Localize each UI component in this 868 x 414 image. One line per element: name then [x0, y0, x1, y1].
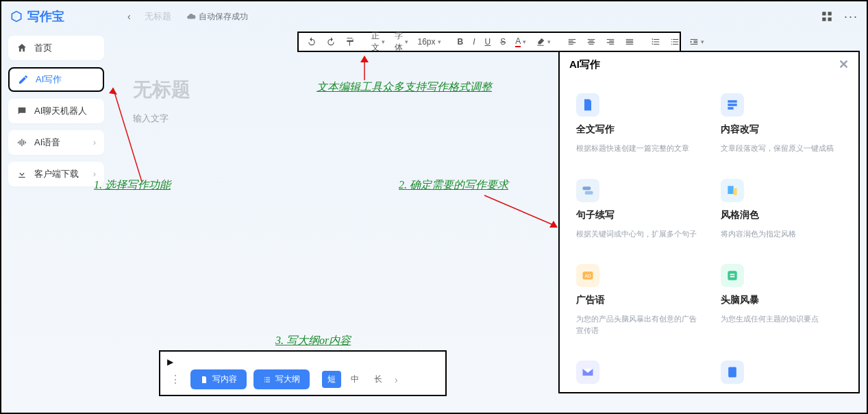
panel-caret-icon: ▶ — [167, 357, 438, 367]
strikethrough-button[interactable]: S — [499, 36, 507, 48]
rewrite-icon — [721, 93, 744, 117]
svg-rect-2 — [822, 18, 826, 21]
doc-body-input[interactable]: 输入文字 — [133, 112, 489, 125]
font-size-select[interactable]: 16px▾ — [417, 36, 443, 48]
bold-button[interactable]: B — [456, 36, 465, 48]
font-family-label: 字体 — [395, 30, 403, 53]
sidebar-item-ai-write[interactable]: AI写作 — [8, 67, 104, 92]
ai-card-desc: 文章段落改写，保留原义一键成稿 — [721, 143, 842, 154]
ai-card-brainstorm[interactable]: 头脑风暴 为您生成任何主题的知识要点 — [714, 256, 849, 343]
svg-rect-4 — [583, 186, 591, 190]
svg-rect-9 — [728, 367, 736, 378]
ai-card-slogan[interactable]: AD 广告语 为您的产品头脑风暴出有创意的广告宣传语 — [569, 256, 704, 343]
sidebar-item-home[interactable]: 首页 — [8, 36, 104, 60]
cloud-icon — [186, 12, 196, 21]
autosave-status: 自动保存成功 — [186, 11, 248, 23]
ai-card-rewrite[interactable]: 内容改写 文章段落改写，保留原义一键成稿 — [714, 85, 849, 161]
back-button[interactable]: ‹ — [122, 8, 136, 25]
app-logo[interactable]: 写作宝 — [10, 8, 64, 25]
apps-icon[interactable] — [821, 10, 833, 23]
ai-card-continue[interactable]: 句子续写 根据关键词或中心句，扩展多个句子 — [569, 171, 704, 247]
ai-panel-title: AI写作 — [569, 58, 600, 71]
ai-card-desc: 为您生成任何主题的知识要点 — [721, 313, 842, 325]
length-options: 短 中 长 › — [322, 371, 401, 388]
chevron-down-icon: ▾ — [405, 38, 408, 45]
length-mid[interactable]: 中 — [345, 371, 364, 388]
chat-icon — [16, 106, 27, 117]
writing-action-panel: ▶ ⋮ 写内容 写大纲 短 中 长 › — [159, 350, 447, 396]
italic-button[interactable]: I — [471, 36, 476, 48]
autosave-label: 自动保存成功 — [199, 11, 248, 23]
sidebar-item-label: 首页 — [34, 42, 52, 54]
ordered-list-button[interactable] — [649, 36, 662, 48]
ai-card-title: 风格润色 — [721, 209, 842, 221]
ai-card-polish[interactable]: 风格润色 将内容润色为指定风格 — [714, 171, 849, 247]
text-color-button[interactable]: A▾ — [514, 35, 528, 49]
continue-icon — [576, 179, 599, 202]
undo-button[interactable] — [306, 36, 318, 48]
download-icon — [16, 169, 27, 180]
svg-rect-8 — [728, 271, 736, 280]
align-center-button[interactable] — [585, 36, 597, 48]
home-icon — [16, 42, 27, 53]
length-long[interactable]: 长 — [369, 371, 388, 388]
ai-card-title: 句子续写 — [576, 209, 697, 221]
ai-card-title: 头脑风暴 — [721, 294, 842, 306]
font-size-label: 16px — [418, 37, 436, 47]
unordered-list-button[interactable] — [669, 36, 681, 48]
write-outline-button[interactable]: 写大纲 — [253, 369, 310, 389]
sidebar-item-label: 客户端下载 — [34, 168, 79, 180]
doc-icon — [200, 376, 208, 384]
topbar: 写作宝 ‹ 无标题 自动保存成功 ··· — [1, 1, 867, 32]
chevron-down-icon: ▾ — [523, 38, 526, 45]
svg-rect-1 — [828, 12, 831, 15]
format-painter-button[interactable] — [344, 36, 356, 48]
sidebar-item-download[interactable]: 客户端下载 › — [8, 162, 104, 186]
mail-icon — [576, 361, 599, 384]
align-left-button[interactable] — [566, 36, 578, 48]
ai-card-title: 广告语 — [576, 294, 697, 306]
svg-rect-5 — [585, 191, 593, 194]
underline-button[interactable]: U — [484, 36, 493, 48]
doc-title-input[interactable]: 无标题 — [133, 77, 489, 103]
align-justify-button[interactable] — [623, 36, 636, 48]
app-name: 写作宝 — [27, 8, 64, 25]
ai-card-desc: 根据标题快速创建一篇完整的文章 — [576, 143, 697, 154]
more-icon[interactable]: ··· — [844, 10, 858, 24]
sidebar-item-label: AI语音 — [34, 136, 60, 149]
voice-icon — [16, 137, 27, 148]
chevron-down-icon: ▾ — [438, 38, 441, 45]
align-right-button[interactable] — [604, 36, 617, 48]
length-short[interactable]: 短 — [322, 371, 341, 388]
panel-more-icon[interactable]: ⋮ — [167, 373, 184, 386]
editor[interactable]: 无标题 输入文字 — [133, 77, 489, 125]
redo-button[interactable] — [325, 36, 337, 48]
brainstorm-icon — [721, 264, 744, 287]
write-content-button[interactable]: 写内容 — [190, 369, 247, 389]
ai-card-desc: 将内容润色为指定风格 — [721, 228, 842, 240]
indent-button[interactable]: ▾ — [688, 36, 706, 48]
logo-icon — [10, 10, 23, 23]
ai-card-title: 内容改写 — [721, 123, 842, 136]
svg-rect-3 — [828, 18, 831, 21]
length-next-icon[interactable]: › — [392, 374, 401, 385]
sidebar-item-ai-voice[interactable]: AI语音 › — [8, 130, 104, 155]
ai-write-panel: AI写作 ✕ 全文写作 根据标题快速创建一篇完整的文章 内容改写 文章段落改写，… — [558, 51, 860, 393]
sidebar-item-ai-chat[interactable]: AI聊天机器人 — [8, 99, 104, 123]
chevron-down-icon: ▾ — [547, 38, 551, 45]
close-icon[interactable]: ✕ — [839, 57, 849, 72]
paragraph-style-select[interactable]: 正文▾ — [370, 29, 386, 55]
chevron-down-icon: ▾ — [382, 38, 385, 45]
highlight-color-button[interactable]: ▾ — [534, 36, 552, 48]
ai-card-desc: 根据关键词或中心句，扩展多个句子 — [576, 228, 697, 240]
font-family-select[interactable]: 字体▾ — [393, 29, 410, 55]
sidebar-item-label: AI写作 — [36, 73, 62, 86]
ai-card-extra-2[interactable] — [714, 352, 849, 391]
ai-card-full-article[interactable]: 全文写作 根据标题快速创建一篇完整的文章 — [569, 85, 704, 161]
list-icon — [263, 376, 271, 384]
svg-text:AD: AD — [584, 273, 591, 278]
ai-card-desc: 为您的产品头脑风暴出有创意的广告宣传语 — [576, 313, 697, 336]
ai-card-extra-1[interactable] — [569, 352, 704, 391]
polish-icon — [721, 179, 744, 202]
write-outline-label: 写大纲 — [275, 374, 300, 385]
